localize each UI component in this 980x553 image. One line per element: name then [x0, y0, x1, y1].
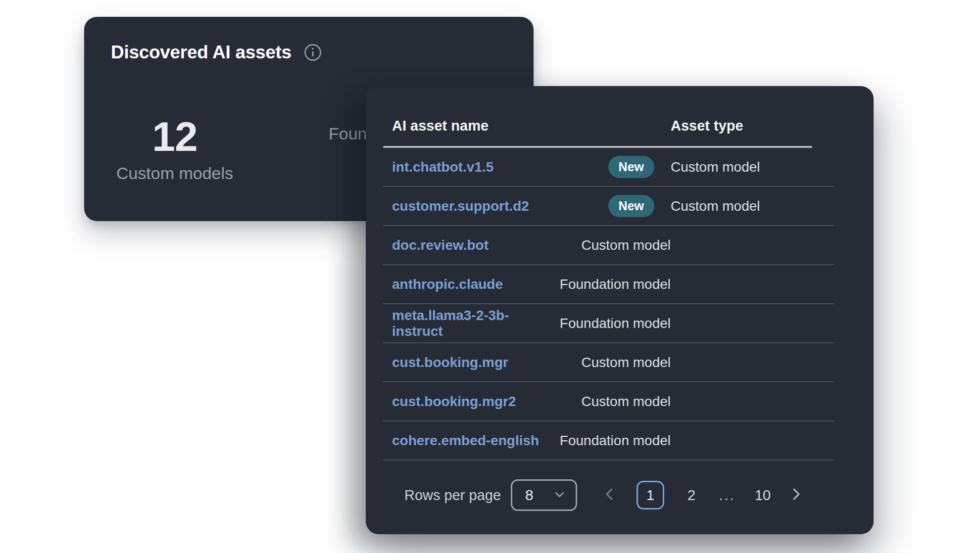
page-button-1-current[interactable]: 1 [637, 481, 664, 509]
asset-type-cell: Foundation model [560, 316, 671, 331]
chevron-down-icon [553, 488, 566, 503]
table-row: doc.review.bot Custom model [383, 226, 834, 265]
asset-name-link[interactable]: anthropic.claude [392, 276, 503, 292]
table-header-row: AI asset name Asset type [383, 86, 834, 146]
asset-name-link[interactable]: customer.support.d2 [392, 198, 529, 214]
next-page-button[interactable] [787, 485, 805, 505]
new-badge: New [608, 156, 654, 178]
table-row: cust.booking.mgr2 Custom model [383, 382, 834, 421]
ai-assets-table-card: AI asset name Asset type int.chatbot.v1.… [366, 86, 874, 534]
asset-type-cell: Custom model [581, 237, 671, 253]
column-header-ai-asset-name: AI asset name [392, 118, 671, 134]
stat-value: 12 [152, 117, 197, 156]
asset-name-link[interactable]: int.chatbot.v1.5 [392, 159, 493, 175]
asset-name-link[interactable]: meta.llama3-2-3b-instruct [392, 308, 560, 339]
card-header: Discovered AI assets [84, 17, 534, 63]
chevron-left-icon [601, 485, 618, 505]
card-title: Discovered AI assets [111, 42, 292, 63]
asset-name-link[interactable]: cohere.embed-english [392, 433, 539, 449]
page-buttons: 12...10 [637, 481, 771, 509]
new-badge: New [608, 195, 654, 217]
page-button-2[interactable]: 2 [683, 487, 700, 504]
table-row: cohere.embed-english Foundation model [383, 421, 834, 461]
table-row: meta.llama3-2-3b-instruct Foundation mod… [383, 304, 834, 343]
rows-per-page-value: 8 [525, 487, 534, 504]
pagination: Rows per page 8 12...10 [404, 479, 874, 511]
asset-type-cell: Foundation model [560, 433, 671, 449]
table-row: anthropic.claude Foundation model [383, 265, 834, 304]
info-icon[interactable] [303, 43, 322, 62]
table-row: int.chatbot.v1.5 New Custom model [383, 148, 834, 187]
asset-type-cell: Custom model [581, 394, 671, 410]
stat-custom-models: 12 Custom models [110, 117, 239, 183]
asset-type-cell: Custom model [671, 159, 834, 175]
asset-name-link[interactable]: cust.booking.mgr [392, 355, 508, 370]
page-button-10[interactable]: 10 [754, 487, 771, 504]
asset-type-cell: Custom model [581, 355, 671, 370]
chevron-right-icon [787, 485, 804, 505]
rows-per-page-select[interactable]: 8 [511, 479, 577, 511]
asset-name-link[interactable]: cust.booking.mgr2 [392, 394, 516, 410]
table-row: cust.booking.mgr Custom model [383, 343, 834, 382]
page-ellipsis: ... [719, 487, 735, 504]
ai-assets-table: AI asset name Asset type int.chatbot.v1.… [383, 86, 834, 461]
previous-page-button[interactable] [601, 485, 619, 505]
asset-type-cell: Foundation model [560, 276, 671, 292]
table-body: int.chatbot.v1.5 New Custom model custom… [383, 148, 834, 461]
asset-name-link[interactable]: doc.review.bot [392, 237, 489, 253]
rows-per-page-label: Rows per page [404, 487, 501, 504]
table-row: customer.support.d2 New Custom model [383, 187, 834, 226]
asset-type-cell: Custom model [671, 198, 834, 214]
stat-label: Custom models [116, 163, 233, 183]
column-header-asset-type: Asset type [671, 118, 834, 134]
